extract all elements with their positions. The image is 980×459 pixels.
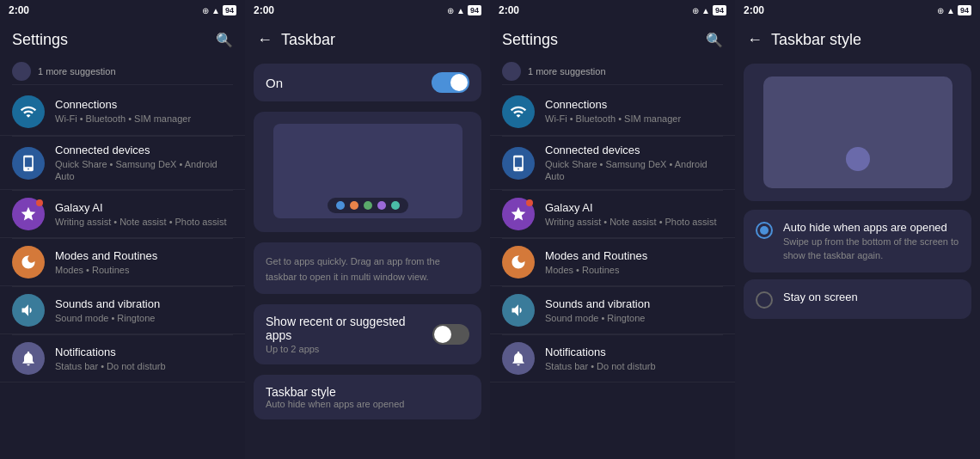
right-suggestion-dot <box>502 62 521 81</box>
suggestion-dot <box>12 62 31 81</box>
sounds-subtitle: Sound mode • Ringtone <box>55 312 233 324</box>
left-status-icons: ⊕ ▲ 94 <box>202 5 236 15</box>
taskbar-on-label: On <box>266 76 283 90</box>
right-sounds-subtitle: Sound mode • Ringtone <box>545 312 723 324</box>
devices-subtitle: Quick Share • Samsung DeX • Android Auto <box>55 158 233 183</box>
modes-subtitle: Modes • Routines <box>55 264 233 276</box>
taskbar-style-title: Taskbar style <box>266 385 469 399</box>
settings-item-notifications[interactable]: Notifications Status bar • Do not distur… <box>0 335 245 382</box>
galaxy-ai-subtitle: Writing assist • Note assist • Photo ass… <box>55 216 233 228</box>
taskbar-status-icons: ⊕ ▲ 94 <box>447 5 481 15</box>
right-status-time: 2:00 <box>499 4 519 16</box>
settings-item-sounds[interactable]: Sounds and vibration Sound mode • Ringto… <box>0 287 245 334</box>
right-settings-item-devices[interactable]: Connected devices Quick Share • Samsung … <box>490 137 735 190</box>
notifications-icon <box>12 342 45 375</box>
modes-icon <box>12 246 45 278</box>
taskbar-show-recent-row: Show recent or suggested apps Up to 2 ap… <box>266 315 469 354</box>
style-title: Taskbar style <box>771 31 861 49</box>
right-galaxy-ai-text: Galaxy AI Writing assist • Note assist •… <box>545 201 723 228</box>
settings-item-connected-devices[interactable]: Connected devices Quick Share • Samsung … <box>0 137 245 190</box>
auto-hide-title: Auto hide when apps are opened <box>783 220 959 236</box>
devices-text: Connected devices Quick Share • Samsung … <box>55 144 233 182</box>
notifications-text: Notifications Status bar • Do not distur… <box>55 346 233 372</box>
show-recent-toggle[interactable] <box>432 324 469 345</box>
taskbar-back-button[interactable]: ← <box>257 31 273 49</box>
style-option-stay-on-screen[interactable]: Stay on screen <box>744 279 971 319</box>
settings-item-modes[interactable]: Modes and Routines Modes • Routines <box>0 239 245 286</box>
show-recent-subtitle: Up to 2 apps <box>266 344 432 354</box>
right-sounds-icon <box>502 294 535 327</box>
connections-subtitle: Wi-Fi • Bluetooth • SIM manager <box>55 113 233 125</box>
right-notifications-icon <box>502 342 535 375</box>
right-settings-item-notifications[interactable]: Notifications Status bar • Do not distur… <box>490 335 735 382</box>
notifications-subtitle: Status bar • Do not disturb <box>55 360 233 372</box>
taskbar-panel: 2:00 ⊕ ▲ 94 ← Taskbar On Get to apps qui… <box>245 0 490 459</box>
modes-text: Modes and Routines Modes • Routines <box>55 249 233 276</box>
connections-icon-wrap <box>12 95 45 128</box>
right-settings-list: Connections Wi-Fi • Bluetooth • SIM mana… <box>490 85 735 459</box>
style-status-bar: 2:00 ⊕ ▲ 94 <box>735 0 980 21</box>
connections-title: Connections <box>55 98 233 113</box>
galaxy-ai-icon-wrap <box>12 198 45 230</box>
right-battery: 94 <box>713 5 726 15</box>
dot-teal <box>391 201 400 210</box>
style-preview-box <box>744 64 971 201</box>
right-devices-icon <box>502 147 535 180</box>
galaxy-ai-text: Galaxy AI Writing assist • Note assist •… <box>55 201 233 228</box>
dot-purple <box>377 201 386 210</box>
left-search-button[interactable]: 🔍 <box>216 32 233 48</box>
taskbar-header: ← Taskbar <box>245 21 490 58</box>
sounds-text: Sounds and vibration Sound mode • Ringto… <box>55 297 233 324</box>
right-signal-icon: ▲ <box>701 6 710 15</box>
taskbar-signal-icon: ▲ <box>456 6 465 15</box>
settings-item-connections[interactable]: Connections Wi-Fi • Bluetooth • SIM mana… <box>0 89 245 136</box>
right-status-bar: 2:00 ⊕ ▲ 94 <box>490 0 735 21</box>
modes-title: Modes and Routines <box>55 249 233 264</box>
left-status-time: 2:00 <box>9 4 29 16</box>
style-preview-inner <box>763 76 952 188</box>
right-suggestion-bar: 1 more suggestion <box>490 58 735 84</box>
left-status-bar: 2:00 ⊕ ▲ 94 <box>0 0 245 21</box>
right-modes-text: Modes and Routines Modes • Routines <box>545 249 723 276</box>
style-back-button[interactable]: ← <box>747 31 763 49</box>
galaxy-ai-title: Galaxy AI <box>55 201 233 216</box>
right-settings-item-sounds[interactable]: Sounds and vibration Sound mode • Ringto… <box>490 287 735 334</box>
stay-on-screen-text: Stay on screen <box>783 290 959 305</box>
right-settings-item-connections[interactable]: Connections Wi-Fi • Bluetooth • SIM mana… <box>490 89 735 136</box>
stay-on-screen-radio[interactable] <box>756 291 773 309</box>
taskbar-style-section[interactable]: Taskbar style Auto hide when apps are op… <box>254 375 481 419</box>
taskbar-status-bar: 2:00 ⊕ ▲ 94 <box>245 0 490 21</box>
style-signal-icon: ▲ <box>946 6 955 15</box>
right-devices-subtitle: Quick Share • Samsung DeX • Android Auto <box>545 158 723 183</box>
dot-blue <box>336 201 345 210</box>
style-option-auto-hide[interactable]: Auto hide when apps are opened Swipe up … <box>744 210 971 272</box>
notifications-icon-wrap <box>12 342 45 375</box>
connections-text: Connections Wi-Fi • Bluetooth • SIM mana… <box>55 98 233 125</box>
taskbar-title: Taskbar <box>281 31 335 49</box>
left-settings-panel: 2:00 ⊕ ▲ 94 Settings 🔍 1 more suggestion… <box>0 0 245 459</box>
right-sounds-title: Sounds and vibration <box>545 297 723 312</box>
auto-hide-radio[interactable] <box>756 222 773 239</box>
right-connections-title: Connections <box>545 98 723 113</box>
taskbar-status-time: 2:00 <box>254 4 274 16</box>
taskbar-get-to-apps-desc: Get to apps quickly. Drag an app from th… <box>266 256 440 282</box>
right-settings-item-galaxy-ai[interactable]: Galaxy AI Writing assist • Note assist •… <box>490 191 735 238</box>
taskbar-battery: 94 <box>468 5 481 15</box>
taskbar-show-recent-section[interactable]: Show recent or suggested apps Up to 2 ap… <box>254 304 481 364</box>
right-galaxy-ai-subtitle: Writing assist • Note assist • Photo ass… <box>545 216 723 228</box>
right-search-button[interactable]: 🔍 <box>706 32 723 48</box>
right-devices-text: Connected devices Quick Share • Samsung … <box>545 144 723 182</box>
battery-indicator: 94 <box>223 5 236 15</box>
right-modes-subtitle: Modes • Routines <box>545 264 723 276</box>
style-battery: 94 <box>958 5 971 15</box>
taskbar-style-panel: 2:00 ⊕ ▲ 94 ← Taskbar style Auto hide wh… <box>735 0 980 459</box>
devices-title: Connected devices <box>55 144 233 158</box>
stay-on-screen-title: Stay on screen <box>783 290 959 305</box>
sounds-title: Sounds and vibration <box>55 297 233 312</box>
settings-item-galaxy-ai[interactable]: Galaxy AI Writing assist • Note assist •… <box>0 191 245 238</box>
left-settings-title: Settings <box>12 31 68 49</box>
signal-icon: ▲ <box>211 6 220 15</box>
right-settings-item-modes[interactable]: Modes and Routines Modes • Routines <box>490 239 735 286</box>
taskbar-on-toggle[interactable] <box>432 72 469 93</box>
auto-hide-text: Auto hide when apps are opened Swipe up … <box>783 220 959 262</box>
